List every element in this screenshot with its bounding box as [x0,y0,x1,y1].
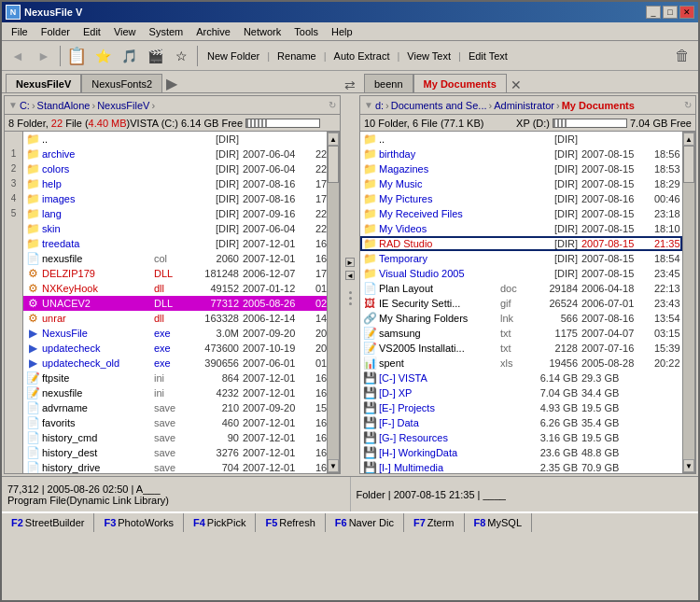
left-file-row[interactable]: ⚙ NXKeyHook dll 49152 2007-01-12 01:14 [23,281,327,296]
scroll-thumb[interactable] [328,146,339,183]
right-dropdown-arrow[interactable]: ▼ [364,100,373,110]
film-icon[interactable]: 🎬 [143,44,167,68]
right-file-row[interactable]: 📁 Temporary [DIR] 2007-08-15 18:54 [360,251,682,266]
right-file-row-drive[interactable]: 💾 [G-] Resources 3.16 GB 19.5 GB [360,430,682,445]
left-file-row-unacev2[interactable]: ⚙ UNACEV2 DLL 77312 2005-08-26 02:50 [23,296,327,311]
taskbar-f3[interactable]: F3 PhotoWorks [94,513,184,532]
forward-button[interactable]: ► [32,44,56,68]
menu-archive[interactable]: Archive [190,25,236,38]
left-file-row[interactable]: 📄 nexusfile col 2060 2007-12-01 16:47 [23,251,327,266]
left-file-row[interactable]: 📁 skin [DIR] 2007-06-04 22:49 [23,221,327,236]
taskbar-f6[interactable]: F6 Naver Dic [326,513,404,532]
right-file-row[interactable]: 📁 My Received Files [DIR] 2007-08-15 23:… [360,206,682,221]
copy-right-btn[interactable]: ► [345,258,355,267]
left-file-row[interactable]: ⚙ DELZIP179 DLL 181248 2006-12-07 17:01 [23,266,327,281]
minimize-button[interactable]: _ [646,6,661,19]
left-file-row[interactable]: 📄 favorits save 460 2007-12-01 16:46 [23,415,327,430]
right-file-row-drive[interactable]: 💾 [F-] Data 6.26 GB 35.4 GB [360,415,682,430]
edit-text-button[interactable]: Edit Text [463,49,513,63]
menu-folder[interactable]: Folder [35,25,76,38]
left-file-row[interactable]: 📄 advrname save 210 2007-09-20 15:10 [23,400,327,415]
right-file-row[interactable]: 📁 .. [DIR] [360,132,682,147]
left-file-row[interactable]: 📄 history_drive save 704 2007-12-01 16:4… [23,460,327,473]
right-file-row-drive[interactable]: 💾 [I-] Multimedia 2.35 GB 70.9 GB [360,460,682,473]
scroll-up-button[interactable]: ▲ [328,133,339,146]
copy-icon[interactable]: 📋 [64,44,89,68]
right-scroll-track[interactable] [683,146,694,459]
maximize-button[interactable]: □ [663,6,678,19]
right-file-row-drive[interactable]: 💾 [E-] Projects 4.93 GB 19.5 GB [360,400,682,415]
right-refresh-icon[interactable]: ↻ [684,100,692,110]
auto-extract-button[interactable]: Auto Extract [329,49,396,63]
menu-view[interactable]: View [108,25,142,38]
left-dropdown-arrow[interactable]: ▼ [8,100,18,110]
taskbar-f5[interactable]: F5 Refresh [256,513,325,532]
menu-network[interactable]: Network [238,25,287,38]
left-file-row[interactable]: 📁 treedata [DIR] 2007-12-01 16:45 [23,236,327,251]
close-button[interactable]: ✕ [679,6,694,19]
rename-button[interactable]: Rename [272,49,322,63]
right-file-row[interactable]: 📊 spent xls 19456 2005-08-28 20:22 A___ [360,356,682,371]
right-file-row[interactable]: 📁 My Music [DIR] 2007-08-15 18:29 _R_ [360,176,682,191]
view-text-button[interactable]: View Text [401,49,456,63]
left-file-row[interactable]: 📝 ftpsite ini 864 2007-12-01 16:46 [23,371,327,385]
right-scroll-down-button[interactable]: ▼ [683,459,694,472]
right-tab-close[interactable]: ✕ [507,77,525,92]
left-file-row[interactable]: 📄 history_dest save 3276 2007-12-01 16:4… [23,445,327,460]
right-file-row[interactable]: 📁 My Videos [DIR] 2007-08-15 18:10 [360,221,682,236]
left-scrollbar[interactable]: ▲ ▼ [327,132,340,473]
left-file-row[interactable]: 📁 archive [DIR] 2007-06-04 22:49 [23,147,327,161]
taskbar-f2[interactable]: F2 StreetBuilder [2,513,94,532]
right-file-row[interactable]: 📁 birthday [DIR] 2007-08-15 18:56 [360,147,682,161]
tab-nexusfonts2[interactable]: NexusFonts2 [81,74,162,92]
taskbar-f7[interactable]: F7 Zterm [404,513,465,532]
left-file-row[interactable]: ▶ updatecheck_old exe 390656 2007-06-01 … [23,356,327,371]
tab-nexusfilev[interactable]: NexusFileV [6,74,81,92]
right-scrollbar[interactable]: ▲ ▼ [682,132,695,473]
right-path-docs[interactable]: Documents and Se... [391,100,487,111]
star-icon[interactable]: ⭐ [91,44,115,68]
left-tab-arrow[interactable]: ▶ [162,75,181,92]
right-path-admin[interactable]: Administrator [494,100,554,111]
left-refresh-icon[interactable]: ↻ [329,100,336,110]
menu-file[interactable]: File [6,25,34,38]
favorite-icon[interactable]: ☆ [169,44,193,68]
right-file-row[interactable]: 🔗 My Sharing Folders lnk 566 2007-08-16 … [360,311,682,326]
left-path-drive[interactable]: C: [20,100,30,111]
menu-tools[interactable]: Tools [288,25,324,38]
left-file-row[interactable]: 📝 nexusfile ini 4232 2007-12-01 16:46 [23,385,327,400]
right-file-row-radstudio[interactable]: 📁 RAD Studio [DIR] 2007-08-15 21:35 [360,236,682,251]
right-scroll-thumb[interactable] [683,146,694,183]
new-folder-button[interactable]: New Folder [202,49,265,63]
left-path-standalone[interactable]: StandAlone [37,100,91,111]
right-file-row[interactable]: 🖼 IE Security Setti... gif 26524 2006-07… [360,296,682,311]
left-file-row[interactable]: 📁 help [DIR] 2007-08-16 17:02 [23,176,327,191]
right-path-drive[interactable]: d: [375,100,384,111]
left-file-row[interactable]: ▶ updatecheck exe 473600 2007-10-19 20:3… [23,341,327,356]
window-controls[interactable]: _ □ ✕ [646,6,694,19]
taskbar-f4[interactable]: F4 PickPick [184,513,256,532]
right-file-row[interactable]: 📝 samsung txt 1175 2007-04-07 03:15 A___ [360,326,682,341]
right-file-row[interactable]: 📝 VS2005 Installati... txt 2128 2007-07-… [360,341,682,356]
tab-mydocuments[interactable]: My Documents [413,74,507,92]
left-file-row[interactable]: ⚙ unrar dll 163328 2006-12-14 14:23 [23,311,327,326]
taskbar-f8[interactable]: F8 MySQL [465,513,533,532]
right-file-row[interactable]: 📁 My Pictures [DIR] 2007-08-16 00:46 _R_ [360,191,682,206]
right-file-row[interactable]: 📁 Magazines [DIR] 2007-08-15 18:53 [360,161,682,176]
left-file-row[interactable]: 📁 colors [DIR] 2007-06-04 22:49 [23,161,327,176]
left-path-nexusfilev[interactable]: NexusFileV [97,100,149,111]
menu-edit[interactable]: Edit [77,25,106,38]
scroll-track[interactable] [328,146,339,459]
left-file-row[interactable]: 📁 .. [DIR] [23,132,327,147]
left-file-row[interactable]: 📁 lang [DIR] 2007-09-16 22:18 [23,206,327,221]
music-icon[interactable]: 🎵 [117,44,141,68]
right-file-row-drive[interactable]: 💾 [C-] VISTA 6.14 GB 29.3 GB [360,371,682,385]
back-button[interactable]: ◄ [6,44,30,68]
right-scroll-up-button[interactable]: ▲ [683,133,694,146]
left-file-row[interactable]: ▶ NexusFile exe 3.0M 2007-09-20 20:55 [23,326,327,341]
menu-system[interactable]: System [144,25,189,38]
right-file-row-drive[interactable]: 💾 [H-] WorkingData 23.6 GB 48.8 GB [360,445,682,460]
menu-help[interactable]: Help [326,25,358,38]
left-file-row[interactable]: 📄 history_cmd save 90 2007-12-01 16:46 [23,430,327,445]
left-file-row[interactable]: 📁 images [DIR] 2007-08-16 17:02 [23,191,327,206]
